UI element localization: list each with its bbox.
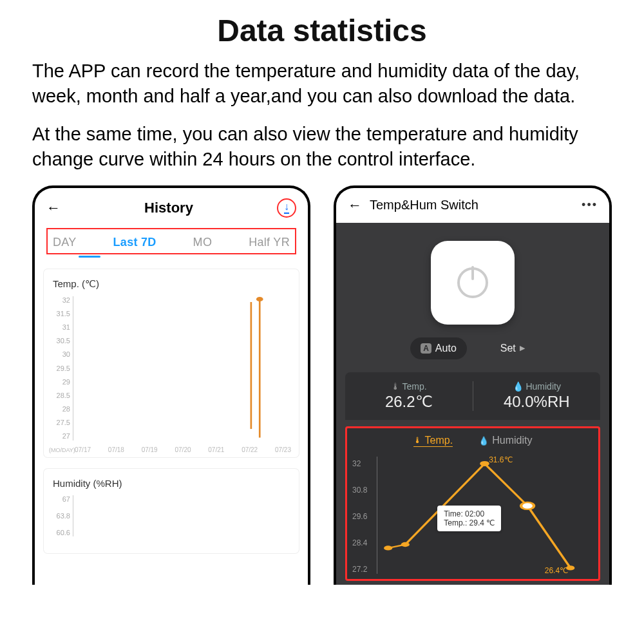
humidity-readout-value: 40.0%RH (473, 393, 601, 411)
temp-readout: 🌡 Temp. 26.2℃ (345, 381, 473, 411)
humidity-chart-card: Humidity (%RH) 67 63.8 60.6 (44, 469, 299, 553)
phone-control: ← Temp&Hum Switch ••• A Auto Set ▶ 🌡 Tem… (334, 185, 612, 585)
download-button[interactable]: ↓ (277, 198, 296, 218)
temp-chart-label: Temp. (℃) (53, 278, 294, 290)
temp-plot-area (75, 296, 290, 440)
temp-chart-card: Temp. (℃) 32 31.5 31 30.5 30 29.5 29 28.… (44, 269, 299, 457)
x-axis-unit: (MO/DAY) (49, 447, 75, 453)
page-title: Data statistics (32, 13, 612, 48)
low-data-label: 26.4℃ (545, 566, 568, 575)
svg-point-2 (256, 296, 263, 301)
more-icon[interactable]: ••• (582, 198, 598, 212)
phone-history: ← History ↓ DAY Last 7D MO Half YR Temp.… (32, 185, 310, 585)
download-icon: ↓ (284, 202, 289, 214)
temp-chart[interactable]: 32 31.5 31 30.5 30 29.5 29 28.5 28 27.5 … (49, 292, 294, 453)
series-tab-humidity[interactable]: 💧 Humidity (478, 435, 532, 447)
peak-data-label: 31.6℃ (489, 455, 512, 464)
temp-readout-value: 26.2℃ (345, 393, 473, 411)
droplet-icon: 💧 (478, 436, 489, 446)
temp-x-axis: 07/17 07/18 07/19 07/20 07/21 07/22 07/2… (75, 446, 291, 453)
tab-month[interactable]: MO (193, 236, 213, 249)
control-title: Temp&Hum Switch (370, 198, 574, 213)
description-2: At the same time, you can also view the … (32, 122, 612, 172)
back-icon[interactable]: ← (46, 200, 61, 216)
history-header: ← History ↓ (35, 188, 308, 224)
svg-point-5 (480, 460, 489, 466)
temp-readout-label: Temp. (402, 381, 427, 392)
thermometer-icon: 🌡 (413, 435, 422, 445)
humidity-chart-label: Humidity (%RH) (53, 478, 294, 489)
power-icon (457, 267, 488, 298)
thermometer-icon: 🌡 (391, 381, 400, 392)
chevron-right-icon: ▶ (520, 344, 525, 352)
tab-active-underline (79, 256, 100, 258)
mode-set-label: Set (500, 343, 516, 354)
humidity-readout: 💧 Humidity 40.0%RH (473, 381, 601, 411)
tab-day[interactable]: DAY (53, 236, 77, 249)
curve-plot-area[interactable]: 31.6℃ 26.4℃ Time: 02:00 Temp.: 29.4 ℃ (377, 457, 592, 574)
curve-chart-box: 🌡 Temp. 💧 Humidity 32 30.8 29.6 28.4 27.… (345, 426, 600, 581)
humidity-chart[interactable]: 67 63.8 60.6 (49, 491, 294, 549)
auto-badge-icon: A (421, 343, 431, 354)
mode-row: A Auto Set ▶ (336, 337, 609, 359)
svg-point-3 (384, 545, 392, 550)
series-tab-temp[interactable]: 🌡 Temp. (413, 435, 453, 447)
tab-halfyear[interactable]: Half YR (249, 236, 290, 249)
mode-auto-label: Auto (435, 343, 457, 354)
humidity-readout-label: Humidity (526, 381, 560, 392)
svg-point-6 (521, 502, 534, 509)
humidity-y-axis: 67 63.8 60.6 (49, 495, 73, 536)
svg-point-4 (401, 542, 410, 546)
chart-tooltip: Time: 02:00 Temp.: 29.4 ℃ (437, 506, 501, 531)
control-header: ← Temp&Hum Switch ••• (336, 188, 609, 223)
power-button[interactable] (431, 241, 515, 325)
temp-y-axis: 32 31.5 31 30.5 30 29.5 29 28.5 28 27.5 … (49, 296, 73, 440)
range-tabs: DAY Last 7D MO Half YR (46, 228, 296, 254)
history-title: History (144, 200, 193, 216)
phones-row: ← History ↓ DAY Last 7D MO Half YR Temp.… (32, 185, 612, 585)
series-tabs: 🌡 Temp. 💧 Humidity (351, 435, 594, 447)
tooltip-time: Time: 02:00 (444, 509, 495, 518)
power-area (336, 223, 609, 337)
curve-y-axis: 32 30.8 29.6 28.4 27.2 (352, 459, 374, 574)
tooltip-temp: Temp.: 29.4 ℃ (444, 518, 495, 527)
mode-auto-button[interactable]: A Auto (410, 337, 467, 359)
description-1: The APP can record the temperature and h… (32, 59, 612, 109)
mode-set-button[interactable]: Set ▶ (490, 337, 535, 359)
back-icon[interactable]: ← (348, 197, 362, 214)
readouts: 🌡 Temp. 26.2℃ 💧 Humidity 40.0%RH (345, 372, 600, 420)
tab-last7d[interactable]: Last 7D (113, 236, 156, 249)
droplet-icon: 💧 (513, 381, 524, 392)
